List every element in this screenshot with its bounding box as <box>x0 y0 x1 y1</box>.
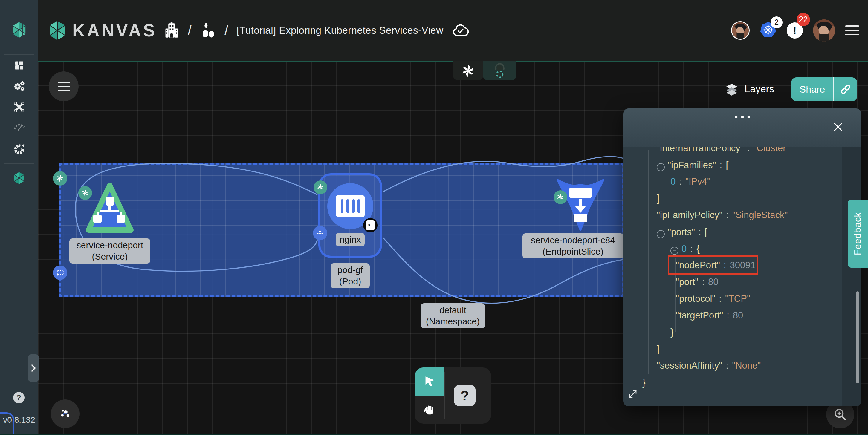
ports-badge-icon[interactable] <box>313 226 327 240</box>
terminal-badge[interactable]: >_ <box>363 218 377 232</box>
json-key: "ipFamilies" <box>668 160 716 170</box>
canvas-menu-button[interactable] <box>49 71 79 101</box>
sidebar-item-lifecycle[interactable] <box>11 78 27 94</box>
corner-widget <box>0 412 14 435</box>
dashboard-grid-icon <box>14 60 25 71</box>
kanvas-hexagon-icon <box>47 20 67 41</box>
json-bracket: { <box>696 243 700 254</box>
sidebar-logo[interactable] <box>11 22 27 38</box>
json-row: "sessionAffinity":"None" <box>623 357 861 374</box>
json-row: } <box>623 324 861 341</box>
cloud-saved-icon <box>452 23 469 38</box>
feedback-button[interactable]: Feedback <box>848 200 868 268</box>
collapse-icon[interactable] <box>671 247 679 255</box>
cluster-context-switcher[interactable]: 2 <box>760 21 777 40</box>
json-key: "targetPort" <box>676 310 723 321</box>
namespace-label: default(Namespace) <box>421 303 485 328</box>
collapse-icon[interactable] <box>657 230 665 238</box>
container-label: nginx <box>336 233 365 246</box>
kanvas-hexagon-icon <box>13 171 25 185</box>
help-button[interactable]: ? <box>13 392 25 403</box>
json-colon: : <box>726 310 729 321</box>
sidebar-expand-button[interactable] <box>28 354 39 382</box>
close-icon[interactable] <box>832 121 844 133</box>
breadcrumb: / / [Tutorial] Exploring Kubernetes Serv… <box>164 0 469 61</box>
layers-icon <box>725 82 739 96</box>
pan-tool-button[interactable] <box>415 396 444 424</box>
json-row: "ipFamilies":[ <box>623 157 861 173</box>
headset-user-icon <box>492 63 508 79</box>
toolkit-wrenches-icon <box>13 101 25 113</box>
json-value: 80 <box>708 277 718 287</box>
meshery-badge-icon[interactable] <box>314 180 327 194</box>
share-label: Share <box>791 84 833 95</box>
user-avatar[interactable] <box>813 20 835 41</box>
json-bracket: ] <box>657 193 659 204</box>
design-title[interactable]: [Tutorial] Exploring Kubernetes Services… <box>237 25 443 36</box>
panel-drag-handle[interactable] <box>623 108 861 147</box>
json-row: ] <box>623 190 861 207</box>
copy-link-button[interactable] <box>834 83 857 95</box>
json-value: "SingleStack" <box>732 210 788 220</box>
sidebar-divider <box>4 192 34 192</box>
json-value: "None" <box>732 360 761 371</box>
json-index: 0 <box>681 243 687 254</box>
sidebar-item-kanvas[interactable] <box>11 170 27 186</box>
workspace-shapes-icon[interactable] <box>200 22 216 39</box>
json-row: ] <box>623 341 861 357</box>
json-index: 0 <box>671 176 676 187</box>
meshery-badge-icon[interactable] <box>554 190 567 204</box>
json-key: "ipFamilyPolicy" <box>657 210 722 220</box>
sidebar-item-meshery[interactable] <box>11 142 27 157</box>
layers-toggle[interactable]: Layers <box>725 78 774 100</box>
select-tool-button[interactable] <box>415 367 444 396</box>
json-key: "protocol" <box>676 293 715 304</box>
meshery-badge-icon[interactable] <box>78 186 92 200</box>
sidebar-divider <box>4 55 34 55</box>
indent-guide <box>662 241 662 350</box>
namespace-badge-icon[interactable] <box>53 266 67 280</box>
service-node[interactable] <box>83 179 136 240</box>
detail-panel: "internalTrafficPolicy":"Cluster" "ipFam… <box>623 108 861 406</box>
json-bracket: ] <box>657 343 659 354</box>
endpointslice-label: service-nodeport-c84(EndpointSlice) <box>523 233 623 259</box>
canvas-toolbar: ? <box>415 367 491 424</box>
sidebar-divider <box>4 163 34 164</box>
collaborator-avatar[interactable] <box>731 21 750 40</box>
json-row: "port":80 <box>623 274 861 291</box>
json-row: 0:{ <box>623 240 861 257</box>
kanvas-round-logo-icon <box>11 15 27 44</box>
json-bracket: [ <box>705 226 708 237</box>
organization-icon[interactable] <box>164 22 179 39</box>
json-row: "ports":[ <box>623 224 861 240</box>
collapse-icon[interactable] <box>657 163 665 171</box>
json-colon: : <box>726 210 729 220</box>
nodeport-highlight-box <box>668 256 758 274</box>
json-colon: : <box>719 293 721 304</box>
kanvas-logo[interactable]: KANVAS <box>47 0 157 61</box>
share-button[interactable]: Share <box>791 77 857 101</box>
breadcrumb-separator: / <box>188 23 192 38</box>
meshery-badge-icon[interactable] <box>53 171 67 186</box>
presence-meshery-tab[interactable] <box>453 61 483 80</box>
sidebar-item-performance[interactable] <box>11 119 27 134</box>
endpointslice-icon <box>557 179 604 231</box>
json-key: "sessionAffinity" <box>657 360 722 371</box>
json-colon: : <box>699 227 701 237</box>
visualize-network-button[interactable] <box>51 399 80 428</box>
header: KANVAS / / [ <box>38 0 868 61</box>
magnifier-plus-icon <box>833 407 847 421</box>
json-row: "ipFamilyPolicy":"SingleStack" <box>623 207 861 224</box>
presence-user-tab[interactable] <box>483 61 516 80</box>
menu-hamburger-icon[interactable] <box>845 25 859 35</box>
feedback-label: Feedback <box>852 212 863 255</box>
json-colon: : <box>679 176 682 187</box>
sidebar-item-dashboard[interactable] <box>11 58 27 73</box>
json-value: "IPv4" <box>685 176 711 187</box>
notifications-button[interactable]: ! 22 <box>787 23 803 38</box>
sidebar-item-toolkit[interactable] <box>11 99 27 115</box>
endpointslice-node[interactable] <box>557 179 604 232</box>
canvas-help-button[interactable]: ? <box>454 385 475 406</box>
meshery-spiral-icon <box>461 64 475 78</box>
json-row: "targetPort":80 <box>623 307 861 324</box>
